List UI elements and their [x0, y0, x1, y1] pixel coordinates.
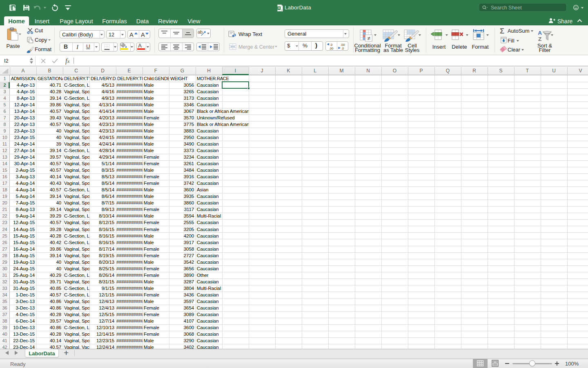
svg-text:X: X	[278, 6, 280, 10]
svg-text:≠: ≠	[367, 35, 370, 41]
svg-text:A: A	[538, 30, 542, 36]
svg-text:.00: .00	[341, 43, 345, 47]
svg-text:.00: .00	[329, 47, 333, 50]
svg-text:Z: Z	[538, 36, 541, 42]
svg-text:.0: .0	[330, 43, 332, 47]
svg-text:.0: .0	[341, 47, 344, 50]
